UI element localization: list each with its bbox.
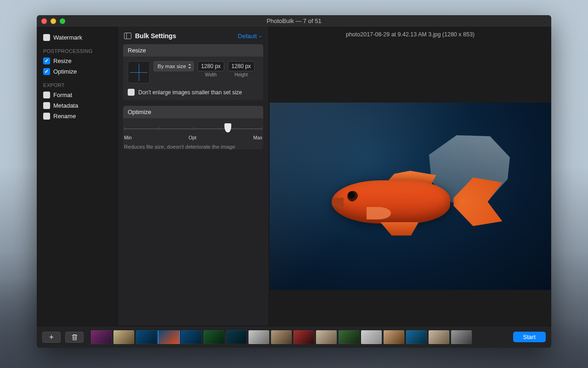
settings-column: Bulk Settings Default Resize By max size [117,27,269,326]
thumbnail[interactable] [181,330,202,344]
profile-label: Default [238,33,257,40]
plus-icon: + [49,333,53,341]
titlebar: PhotoBulk — 7 of 51 [37,15,551,27]
thumbnail[interactable] [429,330,449,344]
sidebar-item-metadata[interactable]: Metadata [43,100,112,111]
trash-icon [72,334,78,340]
height-label: Height [235,72,248,77]
profile-dropdown[interactable]: Default [238,33,262,40]
preview-image [270,103,551,290]
resize-mode-select[interactable]: By max size [153,61,194,71]
app-window: PhotoBulk — 7 of 51 Watermark POSTPROCES… [37,15,551,348]
sidebar-item-label: Resize [53,58,72,64]
thumbnail[interactable] [271,330,292,344]
delete-button[interactable] [65,332,84,343]
sidebar-item-label: Metadata [53,102,78,109]
thumbnail-strip [91,330,472,344]
sidebar-item-format[interactable]: Format [43,90,112,100]
window-controls [41,18,65,24]
thumbnail[interactable] [339,330,359,344]
window-title: PhotoBulk — 7 of 51 [37,17,551,24]
thumbnail[interactable] [451,330,472,344]
sidebar: Watermark POSTPROCESSING Resize Optimize… [37,27,117,326]
thumbnail[interactable] [226,330,247,344]
close-icon[interactable] [41,18,47,24]
add-button[interactable]: + [42,332,61,343]
bottom-bar: + Start [37,326,551,348]
thumbnail[interactable] [316,330,337,344]
sidebar-item-resize[interactable]: Resize [43,56,112,66]
sidebar-item-rename[interactable]: Rename [43,111,112,121]
start-button[interactable]: Start [513,332,546,342]
slider-label-min: Min [124,135,132,140]
settings-title: Bulk Settings [124,32,176,40]
foreground-fish [332,168,506,236]
slider-description: Reduces file size, doesn't deteriorate t… [124,144,262,150]
zoom-icon[interactable] [60,18,65,24]
checkbox-icon[interactable] [43,68,50,75]
sidebar-item-label: Rename [53,113,76,120]
sidebar-item-label: Optimize [53,68,77,75]
optimize-slider[interactable] [124,124,262,133]
panel-resize: Resize By max size 1280 px Width [123,44,263,100]
thumbnail[interactable] [406,330,427,344]
thumbnail[interactable] [384,330,404,344]
panel-optimize: Optimize Min Opt Max [123,106,263,150]
width-input[interactable]: 1280 px [198,61,224,71]
slider-thumb-icon[interactable] [224,123,231,132]
sidebar-section-postprocessing: POSTPROCESSING [43,48,112,54]
select-value: By max size [158,63,186,69]
checkbox-icon[interactable] [43,92,50,98]
thumbnail[interactable] [361,330,382,344]
thumbnail[interactable] [204,330,224,344]
thumbnail[interactable] [294,330,314,344]
checkbox-label: Don't enlarge images smaller than set si… [138,89,242,96]
sidebar-item-optimize[interactable]: Optimize [43,66,112,77]
checkbox-icon[interactable] [43,113,50,120]
thumbnail[interactable] [113,330,134,344]
sidebar-item-watermark[interactable]: Watermark [43,32,112,43]
layout-icon [124,33,131,39]
panel-header: Resize [123,44,263,57]
no-enlarge-checkbox[interactable]: Don't enlarge images smaller than set si… [128,89,259,96]
width-label: Width [205,72,217,77]
height-input[interactable]: 1280 px [228,61,254,71]
sidebar-item-label: Watermark [53,34,82,41]
slider-label-opt: Opt [189,135,197,140]
thumbnail[interactable] [91,330,112,344]
preview-filename: photo2017-08-29 at 9.42.13 AM 3.jpg (128… [269,27,551,42]
minimize-icon[interactable] [51,18,56,24]
thumbnail[interactable] [136,330,157,344]
sidebar-section-export: EXPORT [43,82,112,88]
settings-title-text: Bulk Settings [135,32,176,40]
checkbox-icon[interactable] [43,34,50,41]
panel-header: Optimize [123,106,263,118]
checkbox-icon[interactable] [43,58,50,64]
thumbnail[interactable] [249,330,269,344]
thumbnail[interactable] [158,330,179,344]
checkbox-icon[interactable] [43,102,50,109]
checkbox-icon[interactable] [128,89,135,96]
preview-pane: photo2017-08-29 at 9.42.13 AM 3.jpg (128… [269,27,551,326]
sidebar-item-label: Format [53,92,72,98]
slider-label-max: Max [253,135,262,140]
dimension-icon[interactable] [128,61,150,83]
